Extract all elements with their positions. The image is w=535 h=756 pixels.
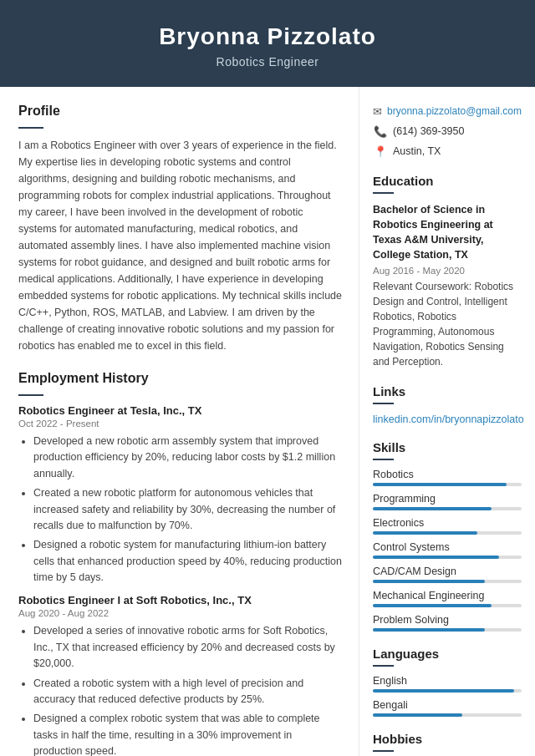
education-title: Education — [373, 174, 522, 188]
skills-title: Skills — [373, 440, 522, 454]
edu-date: Aug 2016 - May 2020 — [373, 266, 522, 276]
skill-bar-fill — [373, 580, 485, 583]
email-icon: ✉ — [373, 104, 382, 119]
job-1: Robotics Engineer at Tesla, Inc., TX Oct… — [18, 404, 344, 586]
skill-item: Problem Solving — [373, 614, 522, 632]
skill-bar-fill — [373, 556, 499, 559]
language-bar-fill — [373, 689, 514, 693]
job-1-title: Robotics Engineer at Tesla, Inc., TX — [18, 404, 344, 417]
skill-label: Mechanical Engineering — [373, 590, 522, 601]
profile-text: I am a Robotics Engineer with over 3 yea… — [18, 137, 344, 354]
list-item: Created a robotic system with a high lev… — [33, 676, 344, 708]
skill-item: Electronics — [373, 517, 522, 535]
skill-bar-bg — [373, 628, 522, 632]
list-item: Developed a new robotic arm assembly sys… — [33, 434, 344, 482]
links-divider — [373, 403, 394, 404]
employment-divider — [18, 394, 43, 396]
edu-coursework: Relevant Coursework: Robotics Design and… — [373, 279, 522, 369]
skill-label: Control Systems — [373, 541, 522, 553]
candidate-title: Robotics Engineer — [17, 55, 518, 68]
skill-label: Programming — [373, 493, 522, 505]
list-item: Created a new robotic platform for auton… — [33, 485, 344, 534]
profile-divider — [18, 127, 43, 129]
skill-label: Robotics — [373, 469, 522, 480]
skill-bar-fill — [373, 628, 485, 632]
links-section: Links linkedin.com/in/bryonnapizzolato — [373, 384, 522, 425]
skill-item: Mechanical Engineering — [373, 590, 522, 607]
skills-section: Skills Robotics Programming Electronics … — [373, 440, 522, 632]
skill-bar-fill — [373, 507, 492, 510]
hobbies-divider — [373, 750, 394, 752]
list-item: Designed a complex robotic system that w… — [33, 711, 344, 756]
employment-section: Employment History Robotics Engineer at … — [18, 371, 344, 756]
contact-location-item: 📍 Austin, TX — [373, 144, 522, 159]
linkedin-link[interactable]: linkedin.com/in/bryonnapizzolato — [373, 414, 524, 425]
location-text: Austin, TX — [393, 145, 441, 157]
profile-section: Profile I am a Robotics Engineer with ov… — [18, 104, 344, 354]
skills-divider — [373, 459, 394, 460]
skill-label: Electronics — [373, 517, 522, 529]
skill-bar-fill — [373, 531, 477, 535]
skill-label: Problem Solving — [373, 614, 522, 626]
languages-title: Languages — [373, 647, 522, 661]
edu-degree: Bachelor of Science in Robotics Engineer… — [373, 202, 522, 263]
resume-header: Bryonna Pizzolato Robotics Engineer — [0, 0, 535, 87]
skill-item: Control Systems — [373, 541, 522, 559]
language-label: Bengali — [373, 699, 522, 711]
languages-section: Languages English Bengali — [373, 647, 522, 717]
main-content: Profile I am a Robotics Engineer with ov… — [0, 87, 535, 756]
right-column: ✉ bryonna.pizzolato@gmail.com 📞 (614) 36… — [359, 87, 535, 756]
language-bar-bg — [373, 713, 522, 717]
phone-icon: 📞 — [373, 124, 388, 139]
job-2-title: Robotics Engineer I at Soft Robotics, In… — [18, 594, 344, 606]
contact-phone-item: 📞 (614) 369-3950 — [373, 124, 522, 139]
languages-list: English Bengali — [373, 675, 522, 717]
skill-item: Robotics — [373, 469, 522, 486]
skill-bar-bg — [373, 580, 522, 583]
language-bar-fill — [373, 713, 462, 717]
email-link[interactable]: bryonna.pizzolato@gmail.com — [387, 105, 522, 117]
skill-bar-fill — [373, 483, 507, 486]
hobbies-title: Hobbies — [373, 732, 522, 746]
phone-text: (614) 369-3950 — [393, 125, 464, 137]
contact-section: ✉ bryonna.pizzolato@gmail.com 📞 (614) 36… — [373, 104, 522, 159]
job-2-bullets: Developed a series of innovative robotic… — [18, 623, 344, 756]
education-divider — [373, 192, 394, 194]
skill-bar-bg — [373, 556, 522, 559]
skill-bar-bg — [373, 604, 522, 607]
languages-divider — [373, 665, 394, 667]
skills-list: Robotics Programming Electronics Control… — [373, 469, 522, 632]
job-1-bullets: Developed a new robotic arm assembly sys… — [18, 434, 344, 586]
list-item: Designed a robotic system for manufactur… — [33, 537, 344, 586]
job-2-date: Aug 2020 - Aug 2022 — [18, 608, 344, 618]
job-2: Robotics Engineer I at Soft Robotics, In… — [18, 594, 344, 756]
hobbies-section: Hobbies — [373, 732, 522, 752]
skill-bar-bg — [373, 507, 522, 510]
profile-title: Profile — [18, 104, 344, 122]
education-section: Education Bachelor of Science in Robotic… — [373, 174, 522, 369]
job-1-date: Oct 2022 - Present — [18, 419, 344, 429]
location-icon: 📍 — [373, 144, 388, 159]
left-column: Profile I am a Robotics Engineer with ov… — [0, 87, 359, 756]
skill-item: CAD/CAM Design — [373, 566, 522, 583]
skill-bar-fill — [373, 604, 492, 607]
skill-bar-bg — [373, 531, 522, 535]
links-title: Links — [373, 384, 522, 398]
language-item: Bengali — [373, 699, 522, 717]
language-bar-bg — [373, 689, 522, 693]
contact-email-item: ✉ bryonna.pizzolato@gmail.com — [373, 104, 522, 119]
candidate-name: Bryonna Pizzolato — [17, 23, 518, 50]
list-item: Developed a series of innovative robotic… — [33, 623, 344, 672]
skill-item: Programming — [373, 493, 522, 510]
skill-bar-bg — [373, 483, 522, 486]
employment-title: Employment History — [18, 371, 344, 389]
language-item: English — [373, 675, 522, 693]
skill-label: CAD/CAM Design — [373, 566, 522, 577]
language-label: English — [373, 675, 522, 687]
